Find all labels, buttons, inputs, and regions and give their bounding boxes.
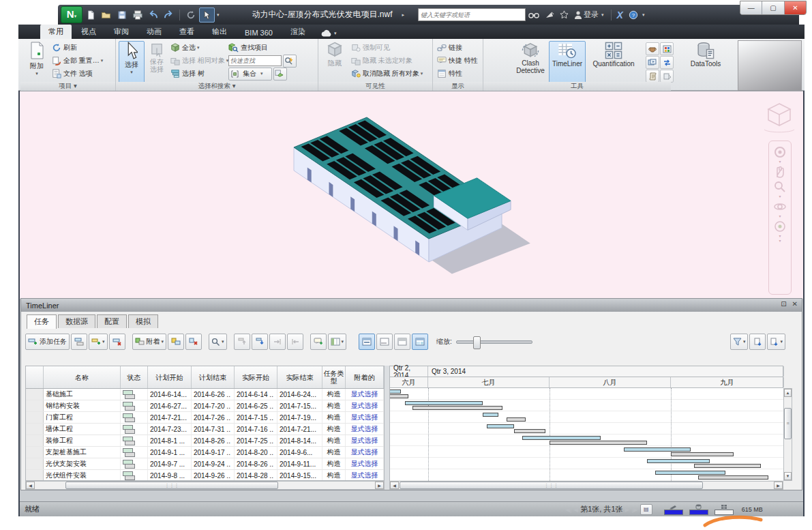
quantification-button[interactable]: Quantification	[587, 41, 640, 83]
gantt-bar-actual[interactable]	[655, 471, 725, 475]
last-sheet-button[interactable]: |▶	[631, 506, 637, 513]
gantt-bar-planned[interactable]	[698, 475, 768, 480]
cell-attached[interactable]: 显式选择	[346, 400, 384, 411]
scroll-down-button[interactable]: ▼	[784, 472, 792, 480]
cell-attached[interactable]: 显式选择	[346, 470, 384, 481]
quick-access-dropdown[interactable]: ▾	[217, 12, 220, 18]
move-down-button[interactable]	[252, 334, 268, 350]
help-button[interactable]: ?	[629, 10, 638, 20]
autodesk-rendering-button[interactable]	[646, 42, 659, 55]
cell-attached[interactable]: 显式选择	[346, 389, 384, 400]
application-menu-button[interactable]: N▾	[61, 6, 82, 23]
manage-sets-button[interactable]	[273, 68, 287, 80]
view-gantt-toggle[interactable]	[376, 334, 393, 350]
properties-button[interactable]: 特性	[437, 68, 478, 80]
table-row[interactable]: 墙体工程2014-7-23...2014-7-31 ..2014-7-16 ..…	[26, 424, 384, 435]
column-header-actual_end[interactable]: 实际结束	[277, 366, 322, 388]
minimize-button[interactable]: —	[740, 1, 762, 14]
gantt-bar-actual[interactable]	[483, 413, 498, 417]
move-up-button[interactable]	[234, 334, 250, 350]
gantt-bar-planned[interactable]	[550, 441, 648, 445]
scroll-up-button[interactable]: ▲	[784, 389, 792, 397]
column-header-planned_start[interactable]: 计划开始	[148, 366, 192, 388]
column-header-type[interactable]: 任务类型	[322, 366, 346, 388]
gantt-bar-actual[interactable]	[647, 459, 710, 463]
timeliner-tab-任务[interactable]: 任务	[27, 314, 57, 329]
chevron-down-icon[interactable]: ▾	[779, 215, 781, 218]
selection-tree-button[interactable]: 选择 树	[170, 68, 228, 80]
scroll-thumb[interactable]: ⋮⋮⋮	[400, 482, 703, 489]
insert-task-button[interactable]	[71, 334, 87, 350]
ribbon-tab-查看[interactable]: 查看	[171, 25, 202, 39]
group-label-select-search[interactable]: 选择和搜索 ▾	[116, 82, 318, 91]
group-label-project[interactable]: 项目 ▾	[20, 82, 115, 91]
gantt-bar-planned[interactable]	[412, 406, 502, 410]
indent-button[interactable]	[269, 334, 286, 350]
gantt-bar-actual[interactable]	[487, 424, 514, 428]
gantt-zoom-slider[interactable]	[456, 340, 532, 344]
quick-find-button[interactable]	[283, 55, 297, 68]
table-row[interactable]: 光伏支架安装2014-9-7 ...2014-9-24 ..2014-8-26 …	[26, 458, 384, 470]
batch-utility-button[interactable]	[660, 70, 674, 83]
look-icon[interactable]	[773, 220, 787, 233]
table-row[interactable]: 门窗工程2014-7-21...2014-7-26 ..2014-7-15 ..…	[26, 412, 384, 424]
unhide-all-button[interactable]: 取消隐藏 所有对象▾	[351, 68, 423, 80]
file-options-button[interactable]: 文件 选项	[52, 68, 103, 80]
ribbon-tab-视点[interactable]: 视点	[73, 25, 104, 39]
sheet-browser-button[interactable]: ▤	[640, 504, 652, 515]
links-button[interactable]: 链接	[437, 42, 478, 54]
outdent-button[interactable]	[287, 334, 303, 350]
ribbon-tab-渲染[interactable]: 渲染	[282, 25, 314, 39]
scroll-left-button[interactable]: ◀	[390, 482, 399, 489]
clash-detective-button[interactable]: Clash Detective	[515, 41, 546, 83]
view-both-toggle[interactable]	[412, 334, 428, 350]
viewcube[interactable]	[762, 100, 797, 135]
subscription-button[interactable]	[545, 10, 554, 19]
gantt-bar-actual[interactable]	[389, 389, 401, 394]
table-row[interactable]: 装修工程2014-8-1 ...2014-8-26 ..2014-7-25 ..…	[26, 435, 384, 447]
reset-all-button[interactable]: 全部 重置…▾	[52, 55, 103, 67]
appearance-profiler-button[interactable]	[660, 42, 674, 55]
attach-set-button[interactable]	[168, 334, 184, 350]
column-header-name[interactable]: 名称	[44, 366, 121, 388]
new-file-button[interactable]	[83, 8, 97, 22]
chevron-down-icon[interactable]: ▾	[779, 239, 781, 243]
bim360-cloud-button[interactable]: ▾	[320, 29, 338, 38]
save-button[interactable]	[115, 8, 129, 22]
maximize-button[interactable]: ▢	[762, 1, 784, 14]
next-sheet-button[interactable]: ▶	[625, 506, 630, 513]
exchange-apps-button[interactable]: X	[617, 10, 623, 20]
find-items-button[interactable]: 查找项目	[228, 42, 297, 54]
cell-attached[interactable]: 显式选择	[346, 458, 384, 469]
ribbon-tab-动画[interactable]: 动画	[138, 25, 170, 39]
column-header-planned_end[interactable]: 计划结束	[192, 366, 235, 388]
select-button[interactable]: 选择▾	[119, 41, 145, 83]
help-search-input[interactable]	[418, 8, 526, 21]
gantt-zoom-slider-thumb[interactable]	[473, 336, 481, 349]
ribbon-tab-常用[interactable]: 常用	[40, 25, 72, 39]
help-dropdown[interactable]: ▾	[642, 12, 645, 18]
first-sheet-button[interactable]: ◀|	[565, 506, 571, 513]
cell-attached[interactable]: 显式选择	[346, 412, 384, 423]
redo-button[interactable]	[162, 8, 176, 22]
table-row[interactable]: 光伏组件安装2014-9-8 ...2014-9-26 ..2014-8-28 …	[26, 470, 384, 481]
favorites-button[interactable]	[560, 10, 569, 19]
gantt-bar-planned[interactable]	[671, 452, 734, 456]
table-row[interactable]: 基础施工2014-6-14...2014-6-26 ..2014-6-14 ..…	[26, 389, 384, 400]
save-selection-button[interactable]: 保存 选择	[146, 41, 168, 83]
print-button[interactable]	[130, 8, 145, 22]
attach-button[interactable]: 附着▾	[132, 334, 167, 350]
scroll-left-button[interactable]: ◀	[26, 482, 35, 489]
table-row[interactable]: 钢结构安装2014-6-27...2014-7-20 ..2014-6-25 .…	[26, 400, 384, 412]
add-task-button[interactable]: 添加任务	[25, 334, 70, 350]
timeliner-panel-header[interactable]: TimeLiner ⊡ ✕	[21, 299, 802, 312]
gantt-bar-planned[interactable]	[389, 394, 408, 398]
cell-attached[interactable]: 显式选择	[346, 424, 384, 435]
timeliner-button[interactable]: TimeLiner	[549, 41, 586, 83]
delete-task-button[interactable]	[109, 334, 125, 350]
steering-wheel-icon[interactable]	[773, 145, 787, 159]
scroll-thumb[interactable]: ⋮⋮⋮	[65, 482, 278, 489]
viewport-3d[interactable]: ▾ ▾ ▾ ▾ ▾	[20, 91, 803, 299]
chevron-down-icon[interactable]: ▾	[779, 235, 781, 238]
compare-button[interactable]	[660, 56, 674, 69]
